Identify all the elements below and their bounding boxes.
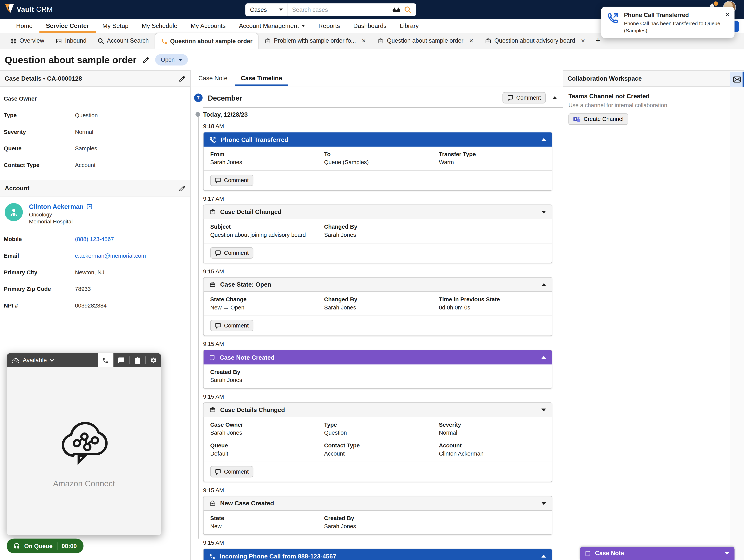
- account-field-value[interactable]: c.ackerman@memorial.com: [75, 253, 190, 259]
- event-header[interactable]: Case Detail Changed: [203, 205, 552, 219]
- page-title: Question about sample order: [5, 54, 137, 65]
- on-queue-timer: 00:00: [62, 543, 77, 549]
- account-organization: Memorial Hospital: [29, 219, 92, 224]
- month-comment-button[interactable]: Comment: [503, 92, 546, 104]
- close-tab-icon[interactable]: ✕: [469, 38, 474, 44]
- nav-item-reports[interactable]: Reports: [312, 19, 347, 33]
- event-field-label: Subject: [210, 223, 324, 230]
- event-header[interactable]: Incoming Phone Call from 888-123-4567: [203, 549, 552, 560]
- nav-item-home[interactable]: Home: [9, 19, 39, 33]
- event-footer: Comment: [203, 170, 552, 190]
- event-header[interactable]: Phone Call Transferred: [203, 132, 552, 147]
- search-scope-select[interactable]: Cases: [245, 3, 288, 16]
- external-link-icon: [86, 204, 92, 210]
- case-field-row: Contact TypeAccount: [0, 157, 190, 174]
- timeline-event-card: Incoming Phone Call from 888-123-4567Pla…: [203, 549, 552, 560]
- edit-case-pencil-icon[interactable]: [179, 75, 185, 82]
- case-field-row: QueueSamples: [0, 141, 190, 157]
- event-title: Case Details Changed: [220, 406, 285, 413]
- case-field-value: Normal: [75, 129, 190, 135]
- nav-item-my-setup[interactable]: My Setup: [96, 19, 135, 33]
- event-field-label: Type: [324, 421, 439, 428]
- event-comment-button[interactable]: Comment: [210, 175, 253, 186]
- collapse-event-icon[interactable]: [541, 502, 546, 505]
- event-header[interactable]: Case Details Changed: [203, 403, 552, 417]
- account-name-link[interactable]: Clinton Ackerman: [29, 203, 92, 210]
- collapse-month-icon[interactable]: [552, 96, 557, 99]
- event-header[interactable]: Case State: Open: [203, 278, 552, 292]
- nav-item-account-management[interactable]: Account Management: [232, 19, 312, 33]
- collapse-event-icon[interactable]: [541, 408, 546, 411]
- event-header[interactable]: New Case Created: [203, 496, 552, 511]
- collapse-event-icon[interactable]: [541, 356, 546, 359]
- search-icon[interactable]: [404, 6, 412, 13]
- event-field: Transfer TypeWarm: [439, 151, 545, 166]
- account-field-row: Emailc.ackerman@memorial.com: [0, 248, 190, 264]
- workspace-tab[interactable]: Inbound: [50, 33, 92, 49]
- event-field: Created BySarah Jones: [324, 515, 439, 530]
- edit-account-pencil-icon[interactable]: [179, 185, 185, 191]
- workspace-tab[interactable]: Question about advisory board✕: [479, 33, 591, 49]
- connect-settings-tab[interactable]: [146, 353, 161, 367]
- workspace-tab[interactable]: Question about sample order: [154, 33, 259, 49]
- comment-label: Comment: [224, 468, 249, 475]
- collapse-event-icon[interactable]: [541, 283, 546, 286]
- workspace-tab[interactable]: Account Search: [92, 33, 154, 49]
- event-field-value: Warm: [439, 159, 545, 165]
- workspace-tab-label: Question about sample order: [170, 38, 253, 44]
- event-field: Created BySarah Jones: [210, 369, 324, 383]
- case-status-dropdown[interactable]: Open: [155, 54, 188, 66]
- connect-tasks-tab[interactable]: [129, 353, 145, 367]
- event-comment-button[interactable]: Comment: [210, 320, 253, 331]
- email-panel-toggle[interactable]: [730, 72, 744, 87]
- close-tab-icon[interactable]: ✕: [581, 38, 585, 44]
- binoculars-icon[interactable]: [392, 7, 401, 12]
- phone-transfer-icon: [209, 136, 216, 143]
- connect-chat-tab[interactable]: [113, 353, 129, 367]
- event-header[interactable]: Case Note Created: [203, 350, 552, 364]
- chevron-down-icon: [301, 25, 305, 27]
- account-field-value[interactable]: (888) 123-4567: [75, 236, 190, 242]
- search-input[interactable]: [288, 6, 393, 13]
- doctor-avatar-icon: [5, 203, 23, 221]
- timeline-events: 9:18 AMPhone Call TransferredFromSarah J…: [191, 123, 563, 560]
- nav-item-my-schedule[interactable]: My Schedule: [135, 19, 184, 33]
- event-comment-button[interactable]: Comment: [210, 466, 253, 478]
- close-icon[interactable]: ✕: [725, 12, 730, 38]
- event-comment-button[interactable]: Comment: [210, 247, 253, 259]
- connect-phone-tab[interactable]: [98, 353, 113, 367]
- nav-item-dashboards[interactable]: Dashboards: [347, 19, 393, 33]
- tab-case-timeline[interactable]: Case Timeline: [234, 70, 289, 86]
- case-timeline: 7 December Comment Today, 12/28/23 9:18 …: [191, 86, 563, 560]
- agent-status-dropdown[interactable]: Available: [11, 357, 53, 364]
- timeline-event-card: New Case CreatedStateNewCreated BySarah …: [203, 496, 552, 535]
- workspace-tab[interactable]: Overview: [5, 33, 50, 49]
- case-note-collapsed-bar[interactable]: Case Note: [580, 547, 735, 560]
- create-channel-button[interactable]: T Create Channel: [568, 113, 628, 125]
- event-field: Case OwnerSarah Jones: [210, 421, 324, 436]
- nav-item-label: Home: [16, 22, 33, 30]
- nav-item-service-center[interactable]: Service Center: [39, 19, 96, 33]
- event-field-value: Normal: [439, 430, 545, 436]
- comment-bubble-icon: [215, 177, 221, 184]
- teams-channel-subtext: Use a channel for internal collaboration…: [568, 102, 724, 109]
- workspace-tab-label: Inbound: [65, 37, 86, 44]
- collapse-event-icon[interactable]: [541, 211, 546, 213]
- tab-case-note[interactable]: Case Note: [192, 70, 234, 86]
- workspace-tab[interactable]: Question about sample order✕: [372, 33, 479, 49]
- workspace-tab[interactable]: Problem with sample order fo...✕: [259, 33, 372, 49]
- event-field-value: New: [210, 523, 324, 530]
- event-title: Case Detail Changed: [220, 208, 282, 216]
- nav-item-my-accounts[interactable]: My Accounts: [184, 19, 232, 33]
- event-field-label: Queue: [210, 442, 324, 449]
- collapse-event-icon[interactable]: [541, 555, 546, 558]
- workspace-tab-label: Question about sample order: [387, 37, 463, 44]
- edit-title-pencil-icon[interactable]: [142, 56, 149, 63]
- event-field: Time in Previous State0d 0h 0m 0s: [439, 296, 545, 311]
- close-tab-icon[interactable]: ✕: [362, 38, 366, 44]
- on-queue-status[interactable]: On Queue 00:00: [7, 539, 83, 553]
- collapse-event-icon[interactable]: [541, 138, 546, 141]
- nav-item-label: Dashboards: [353, 22, 386, 30]
- event-fields: FromSarah JonesToQueue (Samples)Transfer…: [203, 147, 552, 170]
- nav-item-library[interactable]: Library: [393, 19, 425, 33]
